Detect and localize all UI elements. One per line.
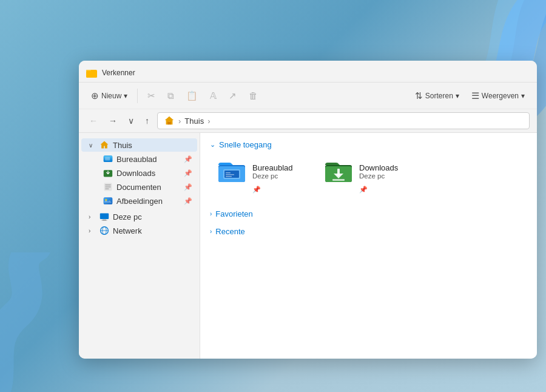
documenten-pin-icon: 📌 xyxy=(184,183,192,191)
recente-header[interactable]: › Recente xyxy=(210,225,527,238)
view-button[interactable]: ☰ Weergeven ▾ xyxy=(467,87,530,104)
folder-card-bureaublad[interactable]: Bureaublad Deze pc 📌 xyxy=(212,155,309,197)
bureaublad-icon xyxy=(103,154,113,164)
svg-point-14 xyxy=(105,199,107,201)
copy-button[interactable]: ⧉ xyxy=(163,87,179,104)
quick-access-header[interactable]: ⌄ Snelle toegang xyxy=(210,140,527,149)
nav-back-button[interactable]: ← xyxy=(86,113,101,128)
sidebar-item-documenten[interactable]: Documenten 📌 xyxy=(91,180,197,194)
rename-icon: 𝔸 xyxy=(210,90,217,101)
paste-button[interactable]: 📋 xyxy=(181,87,203,104)
home-icon xyxy=(164,115,175,126)
recente-section: › Recente xyxy=(210,225,527,238)
afbeeldingen-pin-icon: 📌 xyxy=(184,197,192,205)
share-button[interactable]: ↗ xyxy=(224,87,241,104)
sidebar-bureaublad-label: Bureaublad xyxy=(116,155,180,164)
bureaublad-folder-icon xyxy=(217,159,246,183)
sort-icon: ⇅ xyxy=(415,90,423,101)
new-label: Nieuw xyxy=(101,92,121,100)
new-button[interactable]: ⊕ Nieuw ▾ xyxy=(86,87,132,104)
sidebar-afbeeldingen-label: Afbeeldingen xyxy=(116,197,180,206)
bureaublad-pin-icon: 📌 xyxy=(184,155,192,163)
svg-rect-15 xyxy=(100,213,109,219)
favorieten-header[interactable]: › Favorieten xyxy=(210,207,527,221)
deze-pc-icon xyxy=(99,212,109,221)
nav-up-button[interactable]: ↑ xyxy=(142,113,152,128)
sidebar-sub-items: Bureaublad 📌 Downloads 📌 xyxy=(79,152,200,208)
main-panel: ⌄ Snelle toegang xyxy=(200,133,537,359)
downloads-card-sub: Deze pc xyxy=(359,172,398,180)
paste-icon: 📋 xyxy=(186,90,198,101)
window-title: Verkenner xyxy=(102,69,135,77)
path-separator-2: › xyxy=(207,117,210,126)
new-dropdown-arrow: ▾ xyxy=(124,92,127,100)
quick-access-chevron: ⌄ xyxy=(210,141,215,149)
sort-dropdown-arrow: ▾ xyxy=(456,92,459,100)
sidebar-item-bureaublad[interactable]: Bureaublad 📌 xyxy=(91,152,197,166)
up-arrow-icon: ↑ xyxy=(145,116,149,126)
addressbar: ← → ∨ ↑ › Thuis › xyxy=(79,109,537,133)
sidebar-item-netwerk[interactable]: › Netwerk xyxy=(81,224,197,237)
svg-rect-17 xyxy=(101,220,107,221)
quick-access-grid: Bureaublad Deze pc 📌 xyxy=(210,155,527,197)
svg-rect-32 xyxy=(332,179,345,181)
svg-rect-11 xyxy=(105,188,109,189)
netwerk-icon xyxy=(99,226,109,235)
recent-arrow-icon: ∨ xyxy=(128,116,134,126)
sidebar-item-deze-pc[interactable]: › Deze pc xyxy=(81,210,197,223)
nav-forward-button[interactable]: → xyxy=(106,113,120,128)
folder-info-bureaublad: Bureaublad Deze pc xyxy=(252,163,293,180)
file-explorer-window: Verkenner ⊕ Nieuw ▾ ✂ ⧉ 📋 𝔸 ↗ 🗑 ⇅ xyxy=(79,61,537,359)
toolbar-right: ⇅ Sorteren ▾ ☰ Weergeven ▾ xyxy=(410,87,530,104)
thuis-icon xyxy=(99,140,109,150)
sort-button[interactable]: ⇅ Sorteren ▾ xyxy=(410,87,464,104)
svg-rect-26 xyxy=(226,174,234,175)
downloads-card-name: Downloads xyxy=(359,163,398,172)
documenten-icon xyxy=(103,182,113,192)
nav-recent-button[interactable]: ∨ xyxy=(125,113,137,128)
sort-label: Sorteren xyxy=(425,92,453,100)
bureaublad-card-name: Bureaublad xyxy=(252,163,293,172)
thuis-expand-icon: ∨ xyxy=(89,142,96,149)
favorieten-chevron: › xyxy=(210,211,212,217)
view-dropdown-arrow: ▾ xyxy=(521,92,525,100)
svg-rect-6 xyxy=(105,157,110,161)
view-icon: ☰ xyxy=(471,90,479,101)
sidebar-downloads-label: Downloads xyxy=(116,169,180,178)
forward-arrow-icon: → xyxy=(109,116,117,126)
sidebar-deze-pc-label: Deze pc xyxy=(113,212,192,221)
downloads-sidebar-icon xyxy=(103,168,113,178)
bureaublad-card-pin: 📌 xyxy=(252,186,261,194)
folder-card-bureaublad-inner: Bureaublad Deze pc xyxy=(217,159,293,183)
back-arrow-icon: ← xyxy=(89,116,98,126)
rename-button[interactable]: 𝔸 xyxy=(205,87,221,104)
downloads-folder-icon xyxy=(324,159,353,183)
downloads-card-pin: 📌 xyxy=(359,186,368,194)
sidebar-item-downloads[interactable]: Downloads 📌 xyxy=(91,166,197,180)
address-path-bar[interactable]: › Thuis › xyxy=(157,112,530,129)
content-area: ∨ Thuis xyxy=(79,133,537,359)
folder-icon-bureaublad xyxy=(217,159,246,183)
sidebar-netwerk-label: Netwerk xyxy=(113,226,192,235)
sidebar-item-thuis[interactable]: ∨ Thuis xyxy=(81,138,197,152)
sidebar-documenten-label: Documenten xyxy=(116,183,180,192)
titlebar: Verkenner xyxy=(79,61,537,83)
new-icon: ⊕ xyxy=(91,90,99,101)
sidebar-thuis-label: Thuis xyxy=(113,141,192,150)
sidebar-item-afbeeldingen[interactable]: Afbeeldingen 📌 xyxy=(91,194,197,208)
cut-icon: ✂ xyxy=(147,90,155,101)
svg-rect-27 xyxy=(226,176,232,177)
folder-card-downloads[interactable]: Downloads Deze pc 📌 xyxy=(319,155,416,197)
favorieten-label: Favorieten xyxy=(215,209,252,218)
folder-info-downloads: Downloads Deze pc xyxy=(359,163,398,180)
folder-icon-downloads xyxy=(324,159,353,183)
cut-button[interactable]: ✂ xyxy=(143,87,160,104)
titlebar-icon xyxy=(86,67,97,78)
favorieten-section: › Favorieten xyxy=(210,207,527,221)
recente-label: Recente xyxy=(215,227,244,236)
downloads-pin-icon: 📌 xyxy=(184,169,192,177)
delete-button[interactable]: 🗑 xyxy=(244,87,263,104)
delete-icon: 🗑 xyxy=(249,90,258,101)
svg-rect-13 xyxy=(104,197,112,204)
path-thuis: Thuis xyxy=(184,117,204,126)
